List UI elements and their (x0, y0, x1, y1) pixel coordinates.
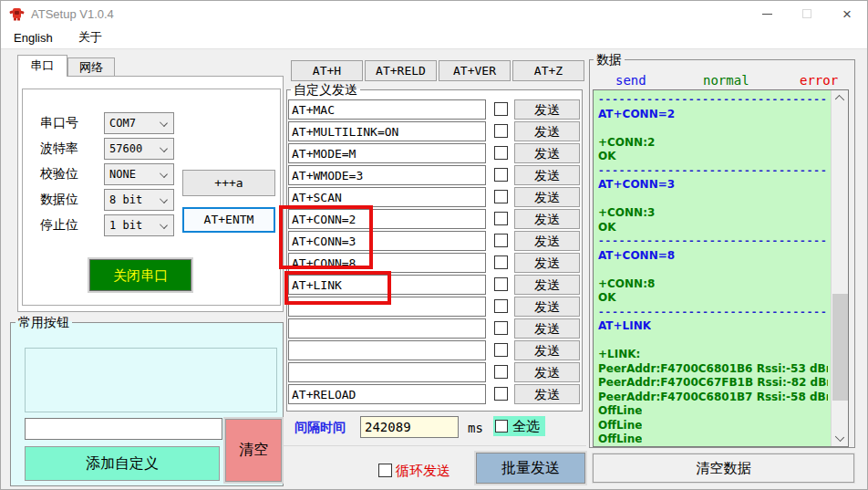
command-input-10[interactable] (288, 318, 486, 339)
command-input-5[interactable] (288, 209, 486, 229)
maximize-icon (802, 9, 811, 18)
command-input-1[interactable] (288, 121, 486, 141)
data-log-area[interactable]: ---------------------------------------A… (593, 89, 849, 447)
command-input-12[interactable] (288, 362, 486, 382)
log-scrollbar[interactable] (831, 90, 848, 446)
menu-item-english[interactable]: English (1, 26, 66, 48)
maximize-button[interactable] (787, 1, 827, 26)
send-button-2[interactable]: 发送 (514, 143, 580, 163)
log-normal-line: OffLine (598, 447, 642, 448)
command-input-3[interactable] (288, 165, 486, 185)
app-icon (9, 6, 25, 21)
command-row: 发送 (288, 165, 582, 185)
command-input-2[interactable] (288, 143, 486, 163)
command-input-13[interactable] (288, 384, 486, 404)
batch-send-button[interactable]: 批量发送 (476, 453, 585, 484)
send-button-10[interactable]: 发送 (514, 318, 580, 339)
select-all-group: 全选 (493, 416, 545, 436)
close-button[interactable]: × (827, 1, 867, 26)
field-label-3: 数据位 (40, 192, 78, 208)
send-button-1[interactable]: 发送 (514, 121, 580, 141)
log-normal-line: PeerAddr:F4700C67FB1B Rssi:-82 dBm (598, 376, 828, 389)
send-button-0[interactable]: 发送 (514, 99, 580, 120)
command-checkbox-12[interactable] (494, 365, 508, 379)
log-send-line: AT+CONN=2 (598, 108, 675, 120)
quick-button-at-h[interactable]: AT+H (291, 60, 363, 81)
command-checkbox-3[interactable] (494, 168, 508, 182)
menu-item-about[interactable]: 关于 (66, 26, 115, 48)
at-entm-button[interactable]: AT+ENTM (182, 207, 275, 233)
send-button-5[interactable]: 发送 (514, 209, 580, 229)
log-normal-line: OffLine (598, 419, 642, 432)
select-all-checkbox[interactable] (495, 420, 508, 433)
send-button-12[interactable]: 发送 (514, 362, 580, 382)
add-custom-button[interactable]: 添加自定义 (25, 446, 220, 481)
command-checkbox-11[interactable] (494, 343, 508, 357)
command-row: 发送 (288, 231, 582, 251)
quick-button-at-z[interactable]: AT+Z (512, 60, 584, 81)
command-row: 发送 (288, 143, 582, 163)
minimize-button[interactable] (747, 1, 787, 26)
command-checkbox-13[interactable] (494, 387, 508, 401)
send-button-13[interactable]: 发送 (514, 384, 580, 404)
send-button-9[interactable]: 发送 (514, 297, 580, 317)
scrollbar-thumb[interactable] (832, 294, 848, 401)
command-checkbox-4[interactable] (494, 190, 508, 203)
command-checkbox-0[interactable] (494, 102, 508, 116)
loop-send-checkbox[interactable] (378, 464, 392, 477)
command-checkbox-5[interactable] (494, 212, 508, 225)
field-select-4[interactable]: 1 bit (104, 214, 174, 236)
close-serial-button[interactable]: 关闭串口 (89, 259, 191, 291)
bottom-divider (284, 445, 586, 446)
command-input-11[interactable] (288, 340, 486, 360)
scroll-up-icon[interactable] (835, 95, 844, 104)
scroll-down-icon[interactable] (835, 433, 844, 442)
quick-button-at-reld[interactable]: AT+RELD (365, 60, 437, 81)
command-input-4[interactable] (288, 187, 486, 207)
command-row: 发送 (288, 297, 582, 317)
command-checkbox-9[interactable] (494, 299, 508, 313)
field-select-0[interactable]: COM7 (104, 112, 174, 134)
chevron-down-icon (160, 170, 168, 178)
log-normal-line: OffLine (598, 404, 642, 417)
tab-网络[interactable]: 网络 (67, 57, 115, 77)
log-send-line: AT+CONN=8 (598, 249, 675, 262)
log-separator: --------------------------------------- (598, 93, 828, 106)
command-input-8[interactable] (288, 275, 486, 295)
send-button-4[interactable]: 发送 (514, 187, 580, 207)
plus-plus-plus-a-button[interactable]: +++a (182, 170, 275, 196)
command-checkbox-10[interactable] (494, 321, 508, 335)
command-checkbox-6[interactable] (494, 234, 508, 247)
select-all-label: 全选 (512, 418, 540, 435)
send-button-11[interactable]: 发送 (514, 340, 580, 360)
command-checkbox-8[interactable] (494, 277, 508, 291)
field-select-2[interactable]: NONE (104, 163, 174, 185)
interval-input[interactable] (360, 416, 459, 438)
send-button-8[interactable]: 发送 (514, 275, 580, 295)
send-button-6[interactable]: 发送 (514, 231, 580, 251)
field-label-0: 串口号 (40, 115, 78, 131)
clear-data-button[interactable]: 清空数据 (593, 454, 854, 483)
command-checkbox-7[interactable] (494, 255, 508, 269)
command-checkbox-2[interactable] (494, 146, 508, 160)
send-button-7[interactable]: 发送 (514, 253, 580, 273)
command-input-9[interactable] (288, 297, 486, 317)
tab-串口[interactable]: 串口 (17, 55, 67, 77)
command-input-0[interactable] (288, 99, 486, 120)
command-row: 发送 (288, 99, 582, 120)
clear-button[interactable]: 清空 (225, 419, 282, 482)
command-row: 发送 (288, 362, 582, 382)
command-checkbox-1[interactable] (494, 124, 508, 138)
log-separator: --------------------------------------- (598, 235, 828, 247)
log-normal-line: +CONN:3 (598, 206, 655, 219)
send-button-3[interactable]: 发送 (514, 165, 580, 185)
custom-command-input[interactable] (25, 418, 222, 440)
field-select-3[interactable]: 8 bit (104, 189, 174, 211)
command-row: 发送 (288, 187, 582, 207)
quick-button-at-ver[interactable]: AT+VER (439, 60, 511, 81)
command-input-7[interactable] (288, 253, 486, 273)
field-select-1[interactable]: 57600 (104, 138, 174, 160)
quick-command-bar: AT+HAT+RELDAT+VERAT+Z (291, 60, 584, 81)
log-normal-line: OK (598, 150, 616, 162)
command-input-6[interactable] (288, 231, 486, 251)
